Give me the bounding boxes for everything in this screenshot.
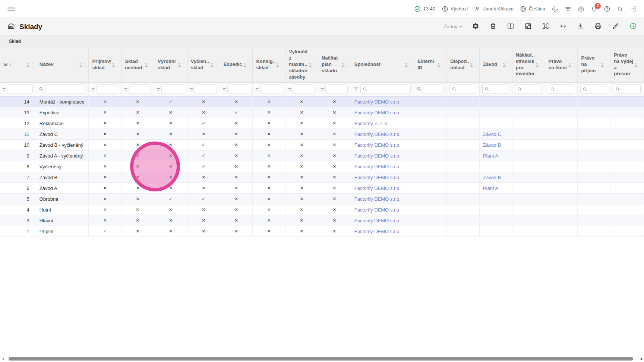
download-button[interactable] bbox=[577, 23, 585, 31]
table-row-4[interactable]: 4Hutní✕✕✕✕✕✕✕✕Factorify DEMO s.r.o. bbox=[0, 204, 644, 215]
filter-input-4[interactable] bbox=[161, 85, 184, 94]
split-columns-button[interactable] bbox=[506, 23, 515, 31]
cell-spole-nost-1[interactable]: Factorify DEMO s.r.o. bbox=[351, 226, 414, 236]
cell-spole-nost-6[interactable]: Factorify DEMO s.r.o. bbox=[351, 183, 414, 193]
menu-icon[interactable] bbox=[7, 6, 15, 12]
filter-input-8[interactable] bbox=[293, 85, 315, 94]
table-row-14[interactable]: 14Montáž - kompletace✕✕✓✕✕✕✕✕Factorify D… bbox=[0, 96, 644, 107]
column-header-10[interactable]: Společnost Σ ⋮ bbox=[351, 47, 414, 82]
sum-icon[interactable]: Σ bbox=[276, 62, 280, 68]
sum-icon[interactable]: Σ bbox=[26, 62, 30, 68]
cell-spole-nost-9[interactable]: Factorify DEMO s.r.o. bbox=[351, 150, 414, 161]
sum-icon[interactable]: Σ bbox=[470, 62, 473, 68]
column-header-4[interactable]: Výrobní sklad Σ ⋮ bbox=[154, 47, 187, 82]
column-header-17[interactable]: Právo na výdej a přesun Σ ⋮ bbox=[610, 47, 644, 82]
sum-icon[interactable]: Σ bbox=[309, 62, 312, 68]
column-header-0[interactable]: Id ↓ Σ ⋮ bbox=[0, 47, 36, 82]
sum-icon[interactable]: Σ bbox=[601, 62, 604, 68]
column-menu-icon[interactable]: ⋮ bbox=[313, 62, 317, 67]
cell-spole-nost-8[interactable]: Factorify DEMO s.r.o. bbox=[351, 161, 414, 172]
column-header-13[interactable]: Závod Σ ⋮ bbox=[480, 47, 512, 82]
table-row-9[interactable]: 9Závod A - vyčleněný✕✕✕✓✕✕✕✕Factorify DE… bbox=[0, 150, 644, 161]
sum-icon[interactable]: Σ bbox=[634, 62, 638, 68]
print-button[interactable] bbox=[594, 23, 602, 31]
table-row-11[interactable]: 11Závod C✕✕✕✕✕✕✕✕Factorify DEMO s.r.o.Zá… bbox=[0, 129, 644, 140]
table-row-10[interactable]: 10Závod B - vyčleněný✕✕✕✓✕✕✕✕Factorify D… bbox=[0, 140, 644, 150]
table-row-3[interactable]: 3Hlavní✕✕✕✕✕✕✕✕Factorify DEMO s.r.o. bbox=[0, 215, 644, 226]
filter-input-0[interactable] bbox=[7, 85, 33, 94]
column-menu-icon[interactable]: ⋮ bbox=[540, 62, 544, 67]
notifications-button[interactable]: 2 bbox=[591, 6, 597, 12]
table-row-5[interactable]: 5Obrobna✕✕✓✓✕✕✕✕Factorify DEMO s.r.o. bbox=[0, 194, 644, 204]
column-header-11[interactable]: Externí ID Σ ⋮ bbox=[414, 47, 447, 82]
column-header-3[interactable]: Sklad neshod… Σ ⋮ bbox=[121, 47, 154, 82]
edit-button[interactable] bbox=[612, 23, 620, 31]
cell-spole-nost-11[interactable]: Factorify DEMO s.r.o. bbox=[351, 129, 414, 139]
filter-input-12[interactable] bbox=[449, 85, 476, 94]
cell-spole-nost-13[interactable]: Factorify DEMO s.r.o. bbox=[351, 107, 414, 118]
sum-icon[interactable]: Σ bbox=[178, 62, 181, 68]
selection-frame-button[interactable] bbox=[542, 23, 550, 31]
cell-spole-nost-5[interactable]: Factorify DEMO s.r.o. bbox=[351, 194, 414, 204]
filter-input-9[interactable] bbox=[325, 85, 348, 94]
filter-input-2[interactable] bbox=[96, 85, 119, 94]
add-button[interactable] bbox=[629, 23, 637, 31]
column-menu-icon[interactable]: ⋮ bbox=[572, 62, 577, 67]
fit-width-button[interactable] bbox=[559, 23, 567, 31]
logout-button[interactable] bbox=[630, 6, 637, 12]
cell-z-vod-9[interactable]: Plant A bbox=[480, 150, 512, 161]
cell-spole-nost-3[interactable]: Factorify DEMO s.r.o. bbox=[351, 215, 414, 226]
cell-z-vod-7[interactable]: Závod B bbox=[480, 172, 512, 182]
filter-input-11[interactable] bbox=[423, 85, 443, 94]
table-row-12[interactable]: 12Reklamace✕✕✕✓✕✕✕✕Factorify, s. r. o. bbox=[0, 118, 644, 129]
filter-input-14[interactable] bbox=[515, 85, 542, 94]
filter-input-7[interactable] bbox=[260, 85, 282, 94]
column-menu-icon[interactable]: ⋮ bbox=[474, 62, 479, 67]
table-row-1[interactable]: 1Příjem✓✕✕✕✕✕✕✕Factorify DEMO s.r.o. bbox=[0, 226, 644, 237]
search-button[interactable] bbox=[617, 6, 624, 12]
cell-spole-nost-14[interactable]: Factorify DEMO s.r.o. bbox=[351, 96, 414, 107]
help-button[interactable] bbox=[604, 6, 610, 12]
column-menu-icon[interactable]: ⋮ bbox=[116, 62, 120, 67]
table-row-6[interactable]: 6Závod A✕✕✕✕✕✕✕✕Factorify DEMO s.r.o.Pla… bbox=[0, 183, 644, 194]
scroll-right-arrow-icon[interactable] bbox=[641, 358, 643, 361]
column-menu-icon[interactable]: ⋮ bbox=[280, 62, 284, 67]
language-selector[interactable]: Čeština bbox=[520, 6, 545, 12]
column-header-12[interactable]: Dispozi… oblast Σ ⋮ bbox=[447, 47, 480, 82]
column-menu-icon[interactable]: ⋮ bbox=[215, 62, 219, 67]
sum-icon[interactable]: Σ bbox=[568, 62, 572, 68]
column-menu-icon[interactable]: ⋮ bbox=[408, 62, 413, 67]
view-selector[interactable]: Žádný bbox=[444, 24, 462, 29]
column-header-9[interactable]: Načítat plán skladu Σ ⋮ bbox=[318, 47, 351, 82]
sum-icon[interactable]: Σ bbox=[211, 62, 214, 68]
user-menu[interactable]: Janek Křikava bbox=[474, 6, 514, 12]
sum-icon[interactable]: Σ bbox=[405, 62, 408, 68]
dashboard-button[interactable] bbox=[524, 23, 532, 31]
column-menu-icon[interactable]: ⋮ bbox=[83, 62, 88, 67]
dark-mode-button[interactable] bbox=[552, 6, 558, 12]
scroll-left-arrow-icon[interactable] bbox=[2, 358, 4, 361]
column-menu-icon[interactable]: ⋮ bbox=[507, 62, 511, 67]
column-header-16[interactable]: Právo na příjem Σ ⋮ bbox=[578, 47, 610, 82]
filter-input-5[interactable] bbox=[195, 85, 217, 94]
sum-icon[interactable]: Σ bbox=[341, 62, 345, 68]
filter-input-17[interactable] bbox=[613, 85, 641, 94]
profile-selector[interactable]: Výchozí bbox=[442, 6, 468, 12]
cell-spole-nost-10[interactable]: Factorify DEMO s.r.o. bbox=[351, 140, 414, 150]
cell-spole-nost-12[interactable]: Factorify, s. r. o. bbox=[351, 118, 414, 128]
sum-icon[interactable]: Σ bbox=[243, 62, 247, 68]
column-header-15[interactable]: Právo na čtení Σ ⋮ bbox=[545, 47, 578, 82]
column-menu-icon[interactable]: ⋮ bbox=[441, 62, 446, 67]
gift-button[interactable] bbox=[578, 6, 584, 12]
table-row-8[interactable]: 8Vyčleněný✕✕✕✓✕✕✕✕Factorify DEMO s.r.o. bbox=[0, 161, 644, 172]
column-header-8[interactable]: Vyloučit z maxim… skladové zásoby Σ ⋮ bbox=[285, 47, 318, 82]
cell-z-vod-11[interactable]: Závod C bbox=[480, 129, 512, 139]
column-header-14[interactable]: Náklad… středisko pro inventury Σ ⋮ bbox=[512, 47, 545, 82]
scrollbar-thumb[interactable] bbox=[9, 357, 633, 361]
filter-input-10[interactable] bbox=[360, 85, 411, 94]
sum-icon[interactable]: Σ bbox=[79, 62, 83, 68]
cell-z-vod-10[interactable]: Závod B bbox=[480, 140, 512, 150]
column-header-6[interactable]: Expedice Σ ⋮ bbox=[220, 47, 253, 82]
cell-spole-nost-4[interactable]: Factorify DEMO s.r.o. bbox=[351, 204, 414, 215]
delete-button[interactable] bbox=[489, 23, 497, 31]
